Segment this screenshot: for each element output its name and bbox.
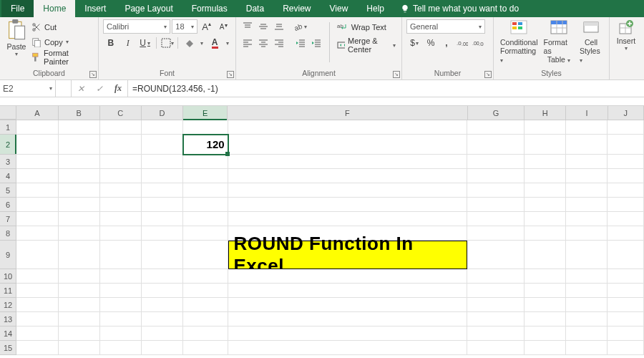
cell-B14[interactable]	[59, 326, 100, 341]
row-header-7[interactable]: 7	[0, 212, 16, 226]
cell-A9[interactable]	[16, 241, 58, 269]
percent-format-button[interactable]: %	[424, 36, 438, 50]
cell-I8[interactable]	[566, 226, 608, 241]
fill-handle[interactable]	[225, 152, 230, 156]
cell-G7[interactable]	[467, 212, 525, 226]
cell-F15[interactable]	[228, 341, 468, 355]
row-header-12[interactable]: 12	[0, 298, 16, 312]
col-header-B[interactable]: B	[59, 106, 100, 120]
cell-B4[interactable]	[59, 169, 100, 183]
cell-C12[interactable]	[100, 298, 142, 312]
format-painter-button[interactable]: Format Painter	[30, 49, 94, 65]
col-header-D[interactable]: D	[142, 106, 183, 120]
cell-E1[interactable]	[183, 120, 228, 135]
cell-E4[interactable]	[183, 169, 228, 183]
cell-I1[interactable]	[566, 120, 608, 135]
orientation-button[interactable]: ab▾	[293, 19, 308, 34]
cell-H10[interactable]	[525, 269, 566, 284]
enter-formula-button[interactable]: ✓	[90, 84, 109, 94]
col-header-A[interactable]: A	[16, 106, 58, 120]
cell-E2[interactable]: 120	[183, 135, 228, 155]
cell-J4[interactable]	[608, 169, 644, 183]
cell-F7[interactable]	[228, 212, 468, 226]
number-format-select[interactable]: General▾	[406, 19, 485, 34]
cell-D6[interactable]	[142, 198, 183, 212]
cell-A13[interactable]	[16, 312, 58, 326]
cell-J12[interactable]	[608, 298, 644, 312]
dialog-launcher-alignment[interactable]: ↘	[393, 71, 400, 78]
cell-E6[interactable]	[183, 198, 228, 212]
cell-J14[interactable]	[608, 326, 644, 341]
col-header-H[interactable]: H	[525, 106, 566, 120]
tab-help[interactable]: Help	[357, 0, 394, 17]
italic-button[interactable]: I	[120, 36, 136, 50]
insert-cells-button[interactable]: Insert▾	[614, 19, 638, 52]
cell-B15[interactable]	[59, 341, 100, 355]
cell-B2[interactable]	[59, 135, 100, 155]
copy-button[interactable]: Copy▾	[30, 34, 94, 49]
cell-I12[interactable]	[566, 298, 608, 312]
font-color-button[interactable]: A	[207, 36, 223, 50]
cell-A5[interactable]	[16, 183, 58, 198]
cell-E11[interactable]	[183, 284, 228, 298]
wrap-text-button[interactable]: ab Wrap Text	[336, 19, 397, 35]
cell-B6[interactable]	[59, 198, 100, 212]
cell-D2[interactable]	[142, 135, 183, 155]
cell-J7[interactable]	[608, 212, 644, 226]
cell-G14[interactable]	[467, 326, 525, 341]
cell-D9[interactable]	[142, 241, 183, 269]
cell-I7[interactable]	[566, 212, 608, 226]
cell-G8[interactable]	[467, 226, 525, 241]
cell-B7[interactable]	[59, 212, 100, 226]
cell-G2[interactable]	[467, 135, 525, 155]
cut-button[interactable]: Cut	[30, 19, 94, 34]
cell-G10[interactable]	[467, 269, 525, 284]
row-header-1[interactable]: 1	[0, 120, 16, 135]
row-header-3[interactable]: 3	[0, 155, 16, 169]
cell-H15[interactable]	[525, 341, 566, 355]
decrease-decimal-button[interactable]: .00.0	[471, 36, 485, 50]
cell-I5[interactable]	[566, 183, 608, 198]
cell-I11[interactable]	[566, 284, 608, 298]
cell-E9[interactable]	[183, 241, 228, 269]
align-right-button[interactable]	[272, 36, 286, 50]
borders-button[interactable]: ▾	[160, 36, 175, 50]
font-name-select[interactable]: Calibri▾	[103, 19, 170, 34]
cell-E15[interactable]	[183, 341, 228, 355]
cell-H3[interactable]	[525, 155, 566, 169]
cell-C13[interactable]	[100, 312, 142, 326]
cell-A3[interactable]	[16, 155, 58, 169]
worksheet-grid[interactable]: ABCDEFGHIJ 121203456789ROUND Function In…	[0, 106, 644, 355]
increase-font-button[interactable]: A▴	[199, 19, 215, 34]
cell-J11[interactable]	[608, 284, 644, 298]
cell-I4[interactable]	[566, 169, 608, 183]
cell-D10[interactable]	[142, 269, 183, 284]
cell-J3[interactable]	[608, 155, 644, 169]
cell-F6[interactable]	[228, 198, 468, 212]
cell-C15[interactable]	[100, 341, 142, 355]
cell-B13[interactable]	[59, 312, 100, 326]
cell-C1[interactable]	[100, 120, 142, 135]
cell-styles-button[interactable]: Cell Styles ▾	[577, 19, 605, 65]
align-center-button[interactable]	[256, 36, 270, 50]
cell-F13[interactable]	[228, 312, 468, 326]
cell-B5[interactable]	[59, 183, 100, 198]
tab-home[interactable]: Home	[34, 0, 75, 17]
cell-E13[interactable]	[183, 312, 228, 326]
cell-A14[interactable]	[16, 326, 58, 341]
cell-I6[interactable]	[566, 198, 608, 212]
cell-C14[interactable]	[100, 326, 142, 341]
row-header-8[interactable]: 8	[0, 226, 16, 241]
cell-E3[interactable]	[183, 155, 228, 169]
col-header-I[interactable]: I	[566, 106, 608, 120]
row-header-2[interactable]: 2	[0, 135, 16, 155]
cell-D3[interactable]	[142, 155, 183, 169]
cell-J6[interactable]	[608, 198, 644, 212]
cell-C11[interactable]	[100, 284, 142, 298]
cell-C3[interactable]	[100, 155, 142, 169]
cell-B1[interactable]	[59, 120, 100, 135]
row-header-13[interactable]: 13	[0, 312, 16, 326]
cell-B11[interactable]	[59, 284, 100, 298]
select-all-corner[interactable]	[0, 106, 16, 120]
cell-G1[interactable]	[467, 120, 525, 135]
